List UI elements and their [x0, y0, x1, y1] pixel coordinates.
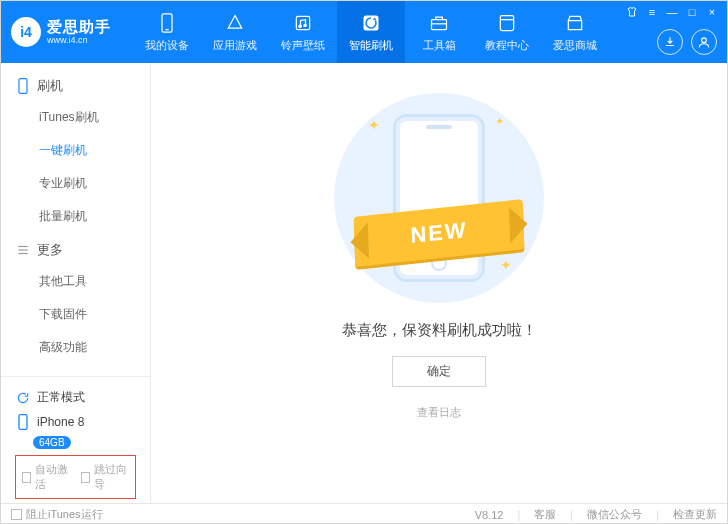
book-icon [496, 12, 518, 34]
app-logo: i4 爱思助手 www.i4.cn [11, 17, 133, 47]
app-title: 爱思助手 [47, 19, 111, 34]
account-button[interactable] [691, 29, 717, 55]
device-icon [15, 78, 31, 94]
music-icon [292, 12, 314, 34]
svg-rect-8 [500, 15, 513, 30]
success-message: 恭喜您，保资料刷机成功啦！ [342, 321, 537, 340]
logo-badge: i4 [11, 17, 41, 47]
svg-rect-2 [296, 16, 309, 29]
checkbox-skip-setup[interactable]: 跳过向导 [81, 462, 130, 492]
close-button[interactable]: × [705, 5, 719, 19]
header-actions [657, 29, 717, 55]
skin-button[interactable] [625, 5, 639, 19]
sidebar-item-batch-flash[interactable]: 批量刷机 [1, 200, 150, 233]
new-ribbon: NEW [354, 199, 525, 267]
nav-apps-games[interactable]: 应用游戏 [201, 1, 269, 63]
sparkle-icon: ✦ [500, 257, 512, 273]
section-title: 刷机 [37, 77, 63, 95]
svg-rect-6 [432, 19, 447, 29]
section-title: 更多 [37, 241, 63, 259]
sidebar-item-pro-flash[interactable]: 专业刷机 [1, 167, 150, 200]
options-highlight-box: 自动激活 跳过向导 [15, 455, 136, 499]
checkbox-box [22, 472, 31, 483]
svg-rect-15 [19, 415, 27, 430]
nav-toolbox[interactable]: 工具箱 [405, 1, 473, 63]
svg-point-3 [299, 25, 301, 27]
sidebar-item-advanced[interactable]: 高级功能 [1, 331, 150, 364]
connected-device[interactable]: iPhone 8 [11, 410, 140, 434]
list-icon [15, 242, 31, 258]
support-link[interactable]: 客服 [534, 507, 556, 522]
nav-smart-flash[interactable]: 智能刷机 [337, 1, 405, 63]
sidebar-section-flash: 刷机 [1, 69, 150, 101]
minimize-button[interactable]: — [665, 5, 679, 19]
sidebar-item-itunes-flash[interactable]: iTunes刷机 [1, 101, 150, 134]
sidebar-section-more: 更多 [1, 233, 150, 265]
sparkle-icon: ✦ [368, 117, 380, 133]
wechat-link[interactable]: 微信公众号 [587, 507, 642, 522]
checkbox-box [81, 472, 90, 483]
nav-label: 智能刷机 [349, 38, 393, 53]
view-log-link[interactable]: 查看日志 [417, 405, 461, 420]
divider: | [656, 509, 659, 521]
device-name: iPhone 8 [37, 415, 84, 429]
update-link[interactable]: 检查更新 [673, 507, 717, 522]
nav-my-device[interactable]: 我的设备 [133, 1, 201, 63]
nav-label: 爱思商城 [553, 38, 597, 53]
main-content: ✦ ✦ ✦ ✦ NEW 恭喜您，保资料刷机成功啦！ 确定 查看日志 [151, 63, 727, 503]
download-button[interactable] [657, 29, 683, 55]
storage-badge: 64GB [33, 436, 71, 449]
top-nav: 我的设备 应用游戏 铃声壁纸 智能刷机 工具箱 [133, 1, 609, 63]
svg-rect-11 [19, 79, 27, 94]
checkbox-label: 阻止iTunes运行 [26, 507, 103, 522]
sidebar-bottom: 正常模式 iPhone 8 64GB 自动激活 跳过向导 [1, 376, 150, 503]
nav-label: 我的设备 [145, 38, 189, 53]
app-subtitle: www.i4.cn [47, 36, 111, 45]
window-controls: ≡ — □ × [625, 5, 719, 19]
nav-label: 铃声壁纸 [281, 38, 325, 53]
sparkle-icon: ✦ [495, 115, 504, 128]
phone-icon [156, 12, 178, 34]
status-bar: 阻止iTunes运行 V8.12 | 客服 | 微信公众号 | 检查更新 [1, 503, 727, 524]
divider: | [570, 509, 573, 521]
svg-point-4 [304, 24, 306, 26]
toolbox-icon [428, 12, 450, 34]
menu-button[interactable]: ≡ [645, 5, 659, 19]
sidebar-item-oneclick-flash[interactable]: 一键刷机 [1, 134, 150, 167]
nav-label: 教程中心 [485, 38, 529, 53]
version-label: V8.12 [475, 509, 504, 521]
nav-label: 工具箱 [423, 38, 456, 53]
sync-icon [15, 390, 31, 406]
svg-point-10 [702, 38, 707, 43]
nav-tutorials[interactable]: 教程中心 [473, 1, 541, 63]
ok-button[interactable]: 确定 [392, 356, 486, 387]
divider: | [517, 509, 520, 521]
checkbox-label: 自动激活 [35, 462, 70, 492]
app-header: i4 爱思助手 www.i4.cn 我的设备 应用游戏 铃声壁纸 [1, 1, 727, 63]
store-icon [564, 12, 586, 34]
sidebar-item-other-tools[interactable]: 其他工具 [1, 265, 150, 298]
checkbox-box [11, 509, 22, 520]
success-illustration: ✦ ✦ ✦ ✦ NEW [334, 93, 544, 303]
refresh-icon [360, 12, 382, 34]
checkbox-auto-activate[interactable]: 自动激活 [22, 462, 71, 492]
checkbox-label: 跳过向导 [94, 462, 129, 492]
app-icon [224, 12, 246, 34]
phone-small-icon [15, 414, 31, 430]
sidebar: 刷机 iTunes刷机 一键刷机 专业刷机 批量刷机 更多 其他工具 下载固件 … [1, 63, 151, 503]
mode-label: 正常模式 [37, 389, 85, 406]
checkbox-block-itunes[interactable]: 阻止iTunes运行 [11, 507, 103, 522]
nav-label: 应用游戏 [213, 38, 257, 53]
device-mode[interactable]: 正常模式 [11, 385, 140, 410]
maximize-button[interactable]: □ [685, 5, 699, 19]
nav-store[interactable]: 爱思商城 [541, 1, 609, 63]
sidebar-item-download-firmware[interactable]: 下载固件 [1, 298, 150, 331]
nav-ringtone-wallpaper[interactable]: 铃声壁纸 [269, 1, 337, 63]
